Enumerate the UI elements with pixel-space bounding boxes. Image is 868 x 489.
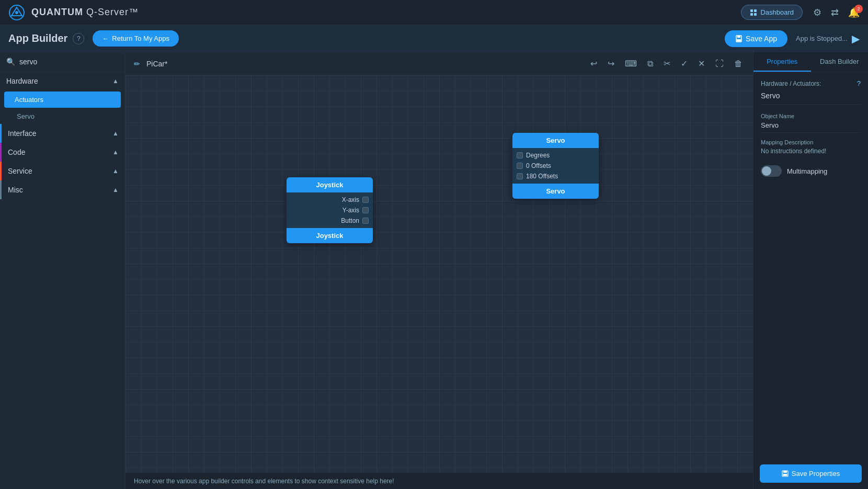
object-name-value: Servo [761,121,861,133]
svg-rect-11 [783,471,787,473]
joystick-block[interactable]: Joystick X-axis Y-axis Button Joy [287,177,373,243]
transfer-button[interactable]: ⇄ [831,7,839,18]
status-text: Hover over the various app builder contr… [134,477,394,485]
svg-rect-12 [783,474,787,476]
interface-chevron: ▲ [112,130,119,137]
save-properties-button[interactable]: Save Properties [760,464,862,483]
fullscreen-button[interactable]: ⛶ [713,57,726,71]
degrees-port[interactable] [517,152,523,158]
tab-properties[interactable]: Properties [753,52,811,72]
close-button[interactable]: ✕ [696,56,707,71]
misc-chevron: ▲ [112,186,119,194]
pencil-icon: ✏ [134,60,140,68]
sidebar-item-actuators[interactable]: Actuators [4,92,121,108]
panel-selected-value: Servo [761,92,861,105]
canvas-toolbar: ✏ PiCar* ↩ ↪ ⌨ ⧉ ✂ ✓ ✕ ⛶ 🗑 [125,52,753,75]
dashboard-icon [750,9,757,16]
svg-rect-6 [754,13,757,16]
multimapping-row: Multimapping [761,165,861,177]
panel-help-icon[interactable]: ? [857,79,861,87]
tab-dash-builder[interactable]: Dash Builder [811,52,869,72]
svg-rect-3 [750,9,753,12]
multimapping-toggle[interactable] [761,165,782,177]
sidebar-section-code[interactable]: Code ▲ [0,143,125,162]
joystick-row-yaxis: Y-axis [291,205,369,215]
servo-header: Servo [512,133,599,148]
canvas-area: ✏ PiCar* ↩ ↪ ⌨ ⧉ ✂ ✓ ✕ ⛶ 🗑 Joystick X-ax… [125,52,753,489]
svg-rect-9 [737,39,741,41]
service-label: Service [8,167,32,175]
joystick-header: Joystick [287,177,373,192]
hardware-chevron: ▲ [112,77,119,85]
xaxis-port[interactable] [362,197,369,203]
toggle-thumb [762,166,771,176]
servo-block[interactable]: Servo Degrees 0 Offsets 180 Offsets [512,133,599,199]
keyboard-button[interactable]: ⌨ [623,56,639,71]
notifications-button[interactable]: 🔔 2 [848,7,860,18]
sidebar-items: Hardware ▲ Actuators Servo Interface ▲ C… [0,72,125,489]
undo-button[interactable]: ↩ [588,56,599,71]
dashboard-button[interactable]: Dashboard [741,5,803,20]
arrow-left-icon: ← [102,35,109,42]
search-icon: 🔍 [6,58,15,66]
servo-footer: Servo [512,184,599,199]
top-nav: QUANTUM Q-Server™ Dashboard ⚙ ⇄ 🔔 2 [0,0,868,25]
app-builder-title: App Builder [8,32,67,44]
panel-tabs: Properties Dash Builder [753,52,868,72]
sidebar-section-hardware[interactable]: Hardware ▲ [0,72,125,90]
svg-rect-4 [754,9,757,12]
panel-breadcrumb: Hardware / Actuators: ? [761,79,861,87]
cut-button[interactable]: ✂ [661,56,672,71]
nav-icons: ⚙ ⇄ 🔔 2 [813,7,860,18]
code-chevron: ▲ [112,149,119,156]
joystick-footer: Joystick [287,228,373,243]
mapping-desc-value: No instructions defined! [761,147,861,155]
canvas-tab: PiCar* [146,60,167,68]
sidebar: 🔍 Hardware ▲ Actuators Servo Interface ▲… [0,52,125,489]
redo-button[interactable]: ↪ [606,56,616,71]
save-props-icon [782,470,789,477]
app-status: App is Stopped... [796,35,848,42]
svg-point-2 [15,11,18,14]
joystick-row-xaxis: X-axis [291,195,369,205]
code-label: Code [8,148,25,156]
misc-label: Misc [8,186,23,194]
object-name-label: Object Name [761,113,861,119]
return-to-my-apps-button[interactable]: ← Return To My Apps [93,30,179,47]
notification-badge: 2 [854,5,863,13]
button-port[interactable] [362,218,369,224]
180offsets-port[interactable] [517,173,523,179]
service-chevron: ▲ [112,167,119,175]
save-app-button[interactable]: Save App [725,30,787,47]
multimapping-label: Multimapping [787,167,827,175]
logo-icon [8,4,25,21]
interface-label: Interface [8,129,36,138]
sidebar-section-interface[interactable]: Interface ▲ [0,124,125,143]
sidebar-section-misc[interactable]: Misc ▲ [0,180,125,199]
delete-button[interactable]: 🗑 [732,57,745,71]
sidebar-item-servo[interactable]: Servo [0,109,125,124]
servo-row-degrees: Degrees [517,150,595,161]
svg-rect-5 [750,13,753,16]
svg-rect-8 [737,36,740,38]
search-input[interactable] [19,58,119,66]
servo-row-0offsets: 0 Offsets [517,161,595,171]
yaxis-port[interactable] [362,207,369,213]
copy-button[interactable]: ⧉ [645,57,655,71]
help-button[interactable]: ? [73,33,84,44]
mapping-desc-label: Mapping Description [761,139,861,145]
main-layout: 🔍 Hardware ▲ Actuators Servo Interface ▲… [0,52,868,489]
settings-button[interactable]: ⚙ [813,7,821,18]
servo-row-180offsets: 180 Offsets [517,171,595,181]
status-bar: Hover over the various app builder contr… [125,472,753,489]
joystick-row-button: Button [291,215,369,226]
0offsets-port[interactable] [517,163,523,169]
check-button[interactable]: ✓ [679,56,690,71]
properties-panel: Properties Dash Builder Hardware / Actua… [753,52,868,489]
panel-content: Hardware / Actuators: ? Servo Object Nam… [753,72,868,458]
sidebar-section-service[interactable]: Service ▲ [0,162,125,180]
canvas-grid[interactable]: Joystick X-axis Y-axis Button Joy [125,75,753,472]
servo-body: Degrees 0 Offsets 180 Offsets [512,148,599,184]
play-button[interactable]: ▶ [852,32,860,45]
save-icon [735,35,743,42]
